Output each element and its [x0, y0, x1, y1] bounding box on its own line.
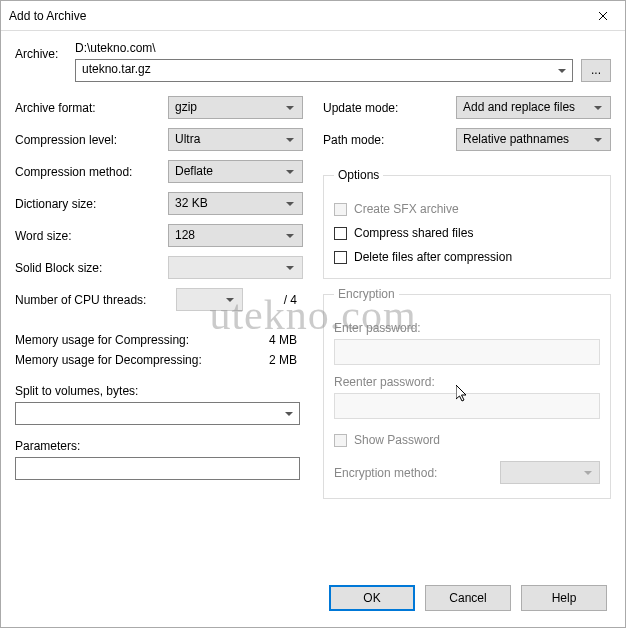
show-password-checkbox	[334, 434, 347, 447]
split-volumes-input[interactable]	[15, 402, 300, 425]
ok-button[interactable]: OK	[329, 585, 415, 611]
left-column: Archive format: gzip Compression level: …	[15, 96, 303, 499]
compression-level-label: Compression level:	[15, 133, 168, 147]
window-title: Add to Archive	[9, 9, 86, 23]
mem-compress-label: Memory usage for Compressing:	[15, 333, 189, 347]
path-mode-label: Path mode:	[323, 133, 456, 147]
split-volumes-label: Split to volumes, bytes:	[15, 384, 303, 398]
word-size-label: Word size:	[15, 229, 168, 243]
compression-level-select[interactable]: Ultra	[168, 128, 303, 151]
delete-after-label: Delete files after compression	[354, 250, 512, 264]
solid-block-label: Solid Block size:	[15, 261, 168, 275]
cpu-max-label: / 4	[243, 293, 303, 307]
password-input	[334, 339, 600, 365]
parameters-input[interactable]	[15, 457, 300, 480]
enter-password-label: Enter password:	[334, 321, 600, 335]
archive-path: D:\utekno.com\	[75, 41, 611, 55]
path-mode-select[interactable]: Relative pathnames	[456, 128, 611, 151]
reenter-password-label: Reenter password:	[334, 375, 600, 389]
content-panel: Archive: D:\utekno.com\ utekno.tar.gz ..…	[1, 31, 625, 573]
archive-label: Archive:	[15, 41, 65, 61]
mem-compress-value: 4 MB	[269, 333, 303, 347]
sfx-checkbox	[334, 203, 347, 216]
archive-name-input[interactable]: utekno.tar.gz	[75, 59, 573, 82]
right-column: Update mode: Add and replace files Path …	[323, 96, 611, 499]
parameters-label: Parameters:	[15, 439, 303, 453]
sfx-label: Create SFX archive	[354, 202, 459, 216]
titlebar: Add to Archive	[1, 1, 625, 31]
compression-method-label: Compression method:	[15, 165, 168, 179]
options-group: Options Create SFX archive Compress shar…	[323, 168, 611, 279]
dictionary-size-select[interactable]: 32 KB	[168, 192, 303, 215]
mem-decompress-label: Memory usage for Decompressing:	[15, 353, 202, 367]
delete-after-checkbox[interactable]	[334, 251, 347, 264]
compress-shared-label: Compress shared files	[354, 226, 473, 240]
encryption-method-select	[500, 461, 600, 484]
browse-button[interactable]: ...	[581, 59, 611, 82]
dictionary-size-label: Dictionary size:	[15, 197, 168, 211]
add-to-archive-dialog: Add to Archive Archive: D:\utekno.com\ u…	[0, 0, 626, 628]
close-icon	[598, 11, 608, 21]
archive-format-label: Archive format:	[15, 101, 168, 115]
options-legend: Options	[334, 168, 383, 182]
reenter-password-input	[334, 393, 600, 419]
archive-format-select[interactable]: gzip	[168, 96, 303, 119]
footer: OK Cancel Help	[1, 573, 625, 627]
cpu-threads-label: Number of CPU threads:	[15, 293, 176, 307]
show-password-label: Show Password	[354, 433, 440, 447]
close-button[interactable]	[580, 1, 625, 31]
update-mode-label: Update mode:	[323, 101, 456, 115]
help-button[interactable]: Help	[521, 585, 607, 611]
word-size-select[interactable]: 128	[168, 224, 303, 247]
encryption-method-label: Encryption method:	[334, 466, 437, 480]
cpu-threads-select	[176, 288, 243, 311]
cancel-button[interactable]: Cancel	[425, 585, 511, 611]
encryption-legend: Encryption	[334, 287, 399, 301]
compression-method-select[interactable]: Deflate	[168, 160, 303, 183]
mem-decompress-value: 2 MB	[269, 353, 303, 367]
solid-block-select	[168, 256, 303, 279]
encryption-group: Encryption Enter password: Reenter passw…	[323, 287, 611, 499]
update-mode-select[interactable]: Add and replace files	[456, 96, 611, 119]
compress-shared-checkbox[interactable]	[334, 227, 347, 240]
